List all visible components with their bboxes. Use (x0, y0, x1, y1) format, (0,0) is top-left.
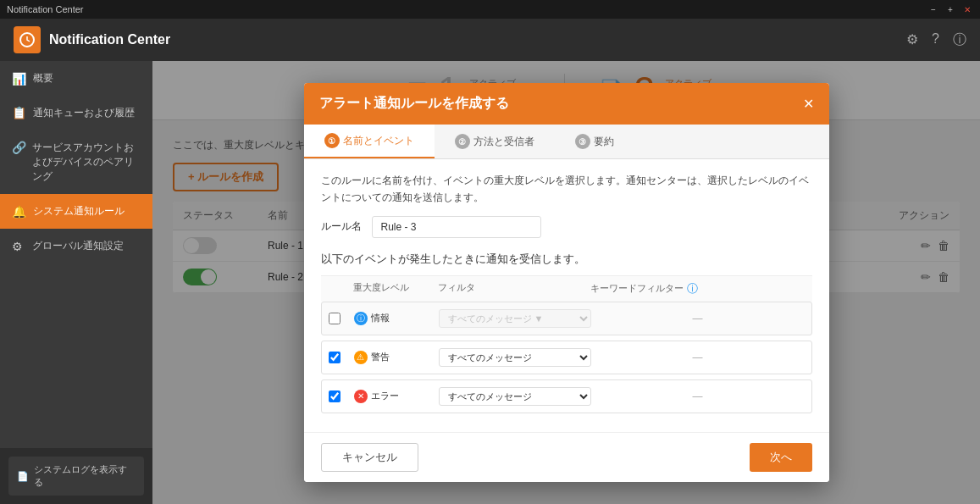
tab-method[interactable]: ② 方法と受信者 (435, 125, 555, 158)
settings-icon[interactable]: ⚙ (906, 31, 918, 49)
info-icon[interactable]: ⓘ (953, 31, 966, 49)
error-severity-icon: ✕ (354, 390, 368, 403)
overview-icon: 📊 (12, 72, 26, 86)
header-tools: ⚙ ? ⓘ (906, 31, 966, 49)
warn-severity-icon: ⚠ (354, 351, 368, 364)
dialog-header: アラート通知ルールを作成する ✕ (304, 83, 829, 125)
service-icon: 🔗 (12, 141, 25, 154)
sidebar-item-service[interactable]: 🔗 サービスアカウントおよびデバイスのペアリング (0, 130, 152, 194)
tab2-label: 方法と受信者 (473, 135, 534, 149)
rule-name-input[interactable] (372, 216, 541, 238)
dialog-body: このルールに名前を付け、イベントの重大度レベルを選択します。通知センターは、選択… (304, 159, 829, 431)
warn-filter-select[interactable]: すべてのメッセージ (439, 348, 591, 367)
warn-keyword-dash: — (591, 352, 805, 363)
tab1-label: 名前とイベント (343, 134, 414, 148)
sidebar-label-queue: 通知キューおよび履歴 (33, 106, 135, 120)
rules-icon: 🔔 (12, 205, 26, 219)
sidebar-item-queue[interactable]: 📋 通知キューおよび履歴 (0, 96, 152, 130)
info-severity-icon: ⓘ (354, 312, 368, 325)
header-title: Notification Center (49, 32, 170, 47)
sidebar-item-rules[interactable]: 🔔 システム通知ルール (0, 194, 152, 229)
dialog-title: アラート通知ルールを作成する (319, 95, 509, 113)
title-bar: Notification Center − + ✕ (0, 0, 980, 19)
dialog-close-button[interactable]: ✕ (803, 96, 814, 112)
app-icon (14, 26, 41, 53)
event-row-info: ⓘ 情報 すべてのメッセージ ▼ — (321, 302, 812, 335)
warn-checkbox[interactable] (329, 352, 341, 363)
title-bar-controls: − + ✕ (927, 3, 973, 15)
minimize-button[interactable]: − (927, 3, 939, 15)
maximize-button[interactable]: + (944, 3, 956, 15)
rule-name-row: ルール名 (321, 216, 812, 238)
keyword-info-icon: ⓘ (687, 281, 698, 296)
info-label: 情報 (371, 312, 390, 324)
rule-name-label: ルール名 (321, 219, 362, 234)
info-filter-select[interactable]: すべてのメッセージ ▼ (439, 309, 591, 328)
sidebar-label-global: グローバル通知設定 (32, 239, 124, 253)
close-button[interactable]: ✕ (961, 3, 973, 15)
severity-info: ⓘ 情報 (354, 312, 439, 325)
error-label: エラー (371, 390, 399, 402)
info-checkbox[interactable] (329, 313, 341, 324)
col-filter: フィルタ (438, 281, 590, 296)
queue-icon: 📋 (12, 106, 26, 119)
sidebar-label-rules: システム通知ルール (33, 204, 125, 219)
next-button[interactable]: 次へ (750, 443, 812, 472)
app-header: Notification Center ⚙ ? ⓘ (0, 19, 980, 61)
error-filter-select[interactable]: すべてのメッセージ (439, 387, 591, 406)
error-checkbox[interactable] (329, 390, 341, 402)
header-brand: Notification Center (14, 26, 170, 53)
tab1-num: ① (324, 133, 340, 148)
tab3-label: 要約 (594, 135, 614, 149)
event-row-warn: ⚠ 警告 すべてのメッセージ — (321, 341, 812, 374)
main-layout: 📊 概要 📋 通知キューおよび履歴 🔗 サービスアカウントおよびデバイスのペアリ… (0, 61, 980, 504)
dialog-tabs: ① 名前とイベント ② 方法と受信者 ③ 要約 (304, 125, 829, 159)
tab-summary[interactable]: ③ 要約 (555, 125, 634, 158)
warn-label: 警告 (371, 351, 390, 363)
content-area: ⊞ 1 アクティブ イベント通知 📄 2 アクティブ アラート通知 ここでは、重… (152, 61, 980, 504)
event-row-error: ✕ エラー すべてのメッセージ — (321, 379, 812, 413)
tab-name-event[interactable]: ① 名前とイベント (304, 125, 435, 158)
event-section-title: 以下のイベントが発生したときに通知を受信します。 (321, 252, 812, 267)
sidebar: 📊 概要 📋 通知キューおよび履歴 🔗 サービスアカウントおよびデバイスのペアリ… (0, 61, 152, 504)
system-log-button[interactable]: 📄 システムログを表示する (8, 457, 144, 496)
tab3-num: ③ (575, 134, 590, 149)
error-keyword-dash: — (591, 390, 805, 402)
severity-error: ✕ エラー (354, 390, 439, 403)
system-log-label: システムログを表示する (34, 463, 136, 489)
title-bar-text: Notification Center (7, 4, 84, 14)
sidebar-bottom: 📄 システムログを表示する (0, 448, 152, 504)
sidebar-label-service: サービスアカウントおよびデバイスのペアリング (32, 141, 141, 184)
help-icon[interactable]: ? (932, 31, 939, 49)
tab2-num: ② (455, 134, 470, 149)
dialog-footer: キャンセル 次へ (304, 432, 829, 482)
col-keyword: キーワードフィルター ⓘ (590, 281, 806, 296)
sidebar-item-overview[interactable]: 📊 概要 (0, 61, 152, 96)
global-icon: ⚙ (12, 240, 25, 253)
dialog-description: このルールに名前を付け、イベントの重大度レベルを選択します。通知センターは、選択… (321, 173, 812, 205)
sidebar-nav: 📊 概要 📋 通知キューおよび履歴 🔗 サービスアカウントおよびデバイスのペアリ… (0, 61, 152, 263)
cancel-button[interactable]: キャンセル (321, 443, 418, 472)
sidebar-item-global[interactable]: ⚙ グローバル通知設定 (0, 229, 152, 263)
event-table-header: 重大度レベル フィルタ キーワードフィルター ⓘ (321, 275, 812, 302)
info-keyword-dash: — (591, 313, 805, 324)
sidebar-label-overview: 概要 (33, 71, 53, 86)
log-icon: 📄 (17, 471, 29, 482)
alert-rule-dialog: アラート通知ルールを作成する ✕ ① 名前とイベント ② 方法と受信者 ③ (304, 83, 829, 481)
col-severity: 重大度レベル (353, 281, 438, 296)
dialog-overlay: アラート通知ルールを作成する ✕ ① 名前とイベント ② 方法と受信者 ③ (152, 61, 980, 504)
severity-warn: ⚠ 警告 (354, 351, 439, 364)
